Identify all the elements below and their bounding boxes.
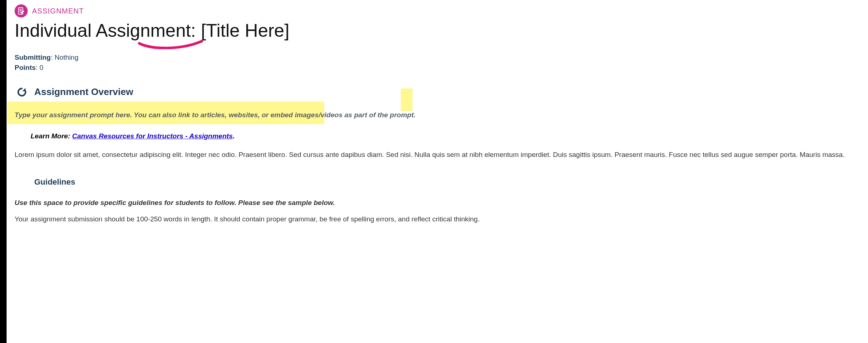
- overview-heading: Assignment Overview: [34, 86, 133, 98]
- checklist-icon-box: [15, 175, 29, 189]
- points-meta: Points: 0: [15, 64, 857, 72]
- learn-more-suffix: .: [233, 132, 235, 140]
- checklist-icon: [17, 177, 27, 187]
- refresh-icon: [16, 87, 27, 98]
- learn-more-prefix: Learn More:: [31, 132, 72, 140]
- overview-prompt-text: Type your assignment prompt here. You ca…: [15, 105, 857, 126]
- assignment-page: ASSIGNMENT Individual Assignment: [Title…: [0, 0, 868, 239]
- learn-more-line: Learn More: Canvas Resources for Instruc…: [31, 132, 857, 140]
- guidelines-prompt-text: Use this space to provide specific guide…: [15, 199, 857, 207]
- learn-more-link[interactable]: Canvas Resources for Instructors - Assig…: [72, 132, 233, 140]
- guidelines-body: Your assignment submission should be 100…: [15, 214, 857, 224]
- overview-highlight-wrap: Type your assignment prompt here. You ca…: [7, 105, 857, 126]
- submitting-meta: Submitting: Nothing: [15, 54, 857, 62]
- submitting-value: : Nothing: [51, 54, 78, 61]
- guidelines-heading: Guidelines: [34, 177, 75, 187]
- assignment-badge-icon: [15, 4, 28, 17]
- annotation-underline: [138, 40, 203, 49]
- refresh-icon-box: [15, 85, 29, 99]
- points-label: Points: [15, 64, 36, 71]
- points-value: : 0: [36, 64, 43, 71]
- submitting-label: Submitting: [15, 54, 51, 61]
- document-pencil-icon: [17, 7, 25, 15]
- page-title: Individual Assignment: [Title Here]: [15, 21, 857, 40]
- guidelines-section-head: Guidelines: [15, 175, 857, 189]
- overview-body: Lorem ipsum dolor sit amet, consectetur …: [15, 150, 857, 160]
- overview-section-head: Assignment Overview: [15, 85, 857, 99]
- assignment-type-label: ASSIGNMENT: [32, 7, 84, 15]
- assignment-type-row: ASSIGNMENT: [15, 4, 857, 17]
